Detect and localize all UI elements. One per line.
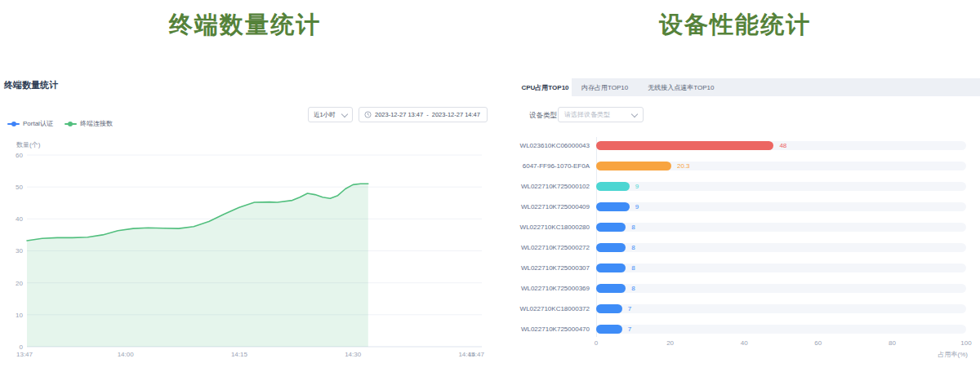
bar <box>596 325 622 334</box>
y-tick-label: 60 <box>16 152 23 159</box>
bar-category-label: WL022710K725000102 <box>490 182 590 191</box>
legend-label: 终端连接数 <box>80 119 113 128</box>
bar-track <box>596 304 966 313</box>
card-title: 终端数量统计 <box>4 79 58 91</box>
bar-category-label: WL022710KC18000372 <box>490 304 590 313</box>
bar <box>596 243 626 252</box>
x-tick-label: 0 <box>586 339 606 347</box>
y-tick-label: 0 <box>20 343 24 351</box>
bar-value-label: 48 <box>779 141 786 150</box>
y-tick-label: 10 <box>16 312 23 319</box>
page-title-left: 终端数量统计 <box>0 9 490 42</box>
x-tick-label: 14:15 <box>231 351 248 358</box>
bar-value-label: 8 <box>631 284 635 293</box>
x-tick-label: 14:00 <box>118 351 135 358</box>
bar-category-label: WL022710K725000470 <box>490 325 590 334</box>
x-tick-label: 100 <box>956 339 976 347</box>
bar <box>596 141 773 150</box>
bar-category-label: WL022710K725000272 <box>490 243 590 252</box>
bar-track <box>596 223 966 232</box>
bar <box>596 284 626 293</box>
legend-label: Portal认证 <box>23 119 53 128</box>
date-separator: - <box>426 111 429 118</box>
bar-value-label: 8 <box>631 264 635 272</box>
bar <box>596 223 626 232</box>
bar <box>596 202 630 211</box>
bar-value-label: 9 <box>635 202 639 211</box>
x-tick-label: 14:30 <box>345 351 362 358</box>
bar <box>596 162 671 170</box>
legend-item-portal-auth[interactable]: Portal认证 <box>7 119 53 128</box>
bar-value-label: 7 <box>628 325 631 334</box>
x-axis-name: 占用率(%) <box>898 350 968 359</box>
x-tick-label: 14:47 <box>468 351 485 358</box>
bar-track <box>596 243 966 252</box>
legend-item-terminal-connections[interactable]: 终端连接数 <box>65 119 113 128</box>
dashboard: 终端数量统计 终端数量统计 近1小时 2023-12-27 13:47 - 20… <box>0 0 980 372</box>
bar-chart: 占用率(%) WL023610KC06000043486047-FF96-107… <box>490 0 980 372</box>
bar-value-label: 8 <box>631 223 635 232</box>
bar <box>596 182 630 191</box>
date-range-picker[interactable]: 2023-12-27 13:47 - 2023-12-27 14:47 <box>359 107 488 122</box>
x-tick-label: 13:47 <box>16 351 33 358</box>
bar-value-label: 20.3 <box>677 162 690 170</box>
bar <box>596 264 626 272</box>
x-tick-label: 60 <box>808 339 828 347</box>
chart-legend: Portal认证 终端连接数 <box>7 119 113 128</box>
time-range-select[interactable]: 近1小时 <box>308 107 353 122</box>
bar <box>596 304 622 313</box>
y-tick-label: 30 <box>16 247 23 255</box>
device-performance-panel: 设备性能统计 CPU占用TOP10 内存占用TOP10 无线接入点速率TOP10… <box>490 0 980 372</box>
legend-marker-icon <box>65 121 77 127</box>
bar-category-label: WL022710KC18000280 <box>490 223 590 232</box>
bar-track <box>596 182 966 191</box>
x-tick-label: 40 <box>734 339 754 347</box>
bar-value-label: 7 <box>628 304 631 313</box>
chevron-down-icon <box>341 110 348 117</box>
y-tick-label: 50 <box>16 184 23 191</box>
bar-track <box>596 284 966 293</box>
y-tick-label: 40 <box>16 215 23 223</box>
clock-icon <box>364 111 372 118</box>
y-tick-label: 20 <box>16 280 23 287</box>
x-tick-label: 80 <box>882 339 902 347</box>
x-tick-label: 20 <box>661 339 680 347</box>
date-end: 2023-12-27 14:47 <box>432 111 480 118</box>
legend-marker-icon <box>7 121 20 127</box>
bar-track <box>596 325 966 334</box>
bar-category-label: WL022710K725000307 <box>490 264 590 272</box>
bar-category-label: WL022710K725000409 <box>490 202 590 211</box>
bar-track <box>596 264 966 272</box>
time-range-value: 近1小时 <box>314 111 336 119</box>
series-area <box>27 184 368 347</box>
line-chart: 010203040506013:4714:0014:1514:3014:4514… <box>0 131 490 372</box>
bar-category-label: WL023610KC06000043 <box>490 141 590 150</box>
terminal-count-panel: 终端数量统计 终端数量统计 近1小时 2023-12-27 13:47 - 20… <box>0 0 490 372</box>
bar-category-label: WL022710K725000369 <box>490 284 590 293</box>
bar-category-label: 6047-FF96-1070-EF0A <box>490 162 590 170</box>
date-start: 2023-12-27 13:47 <box>375 111 423 118</box>
bar-value-label: 8 <box>631 243 635 252</box>
bar-track <box>596 202 966 211</box>
bar-value-label: 9 <box>635 182 639 191</box>
